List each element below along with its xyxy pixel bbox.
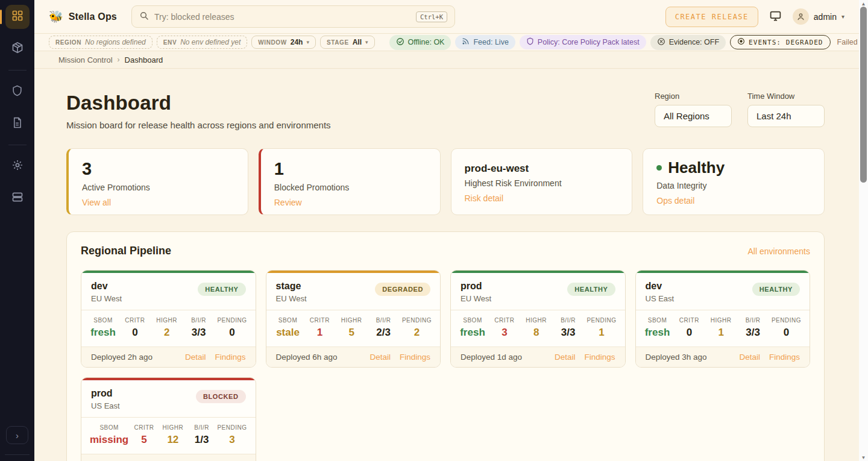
health-dot-icon [656,165,662,171]
environment-region: EU West [91,294,122,303]
region-select[interactable]: All Regions [655,105,732,127]
title-block: Dashboard Mission board for release heal… [66,92,331,130]
review-link[interactable]: Review [274,198,302,207]
status-badge: BLOCKED [196,390,246,403]
deployed-time: Deployed 2h ago [91,353,153,362]
region-filter-group: Region All Regions [655,92,732,127]
x-circle-icon [657,37,665,48]
chevron-down-icon: ▾ [365,39,368,45]
stat-bir: B/I/R1/3 [189,424,215,446]
search-icon [139,11,149,23]
sidebar-expand-button[interactable]: › [6,426,28,444]
pipeline-header: Regional Pipeline All environments [81,245,810,257]
detail-link[interactable]: Detail [555,353,576,362]
scroll-down-arrow-icon[interactable]: ▼ [859,454,868,461]
user-menu[interactable]: admin ▾ [793,8,844,25]
document-icon [11,117,23,131]
detail-link[interactable]: Detail [739,353,760,362]
sidebar-item-releases[interactable] [5,37,30,61]
chevron-down-icon: ▾ [306,39,309,45]
environment-region: US East [646,294,675,303]
sidebar-item-documents[interactable] [5,111,30,136]
stat-bir: B/I/R3/3 [555,317,582,339]
stage-filter-chip[interactable]: STAGE All ▾ [320,36,375,49]
environment-region: US East [91,401,120,410]
stat-highr: HIGHR12 [160,424,186,446]
pill-label: EVENTS: DEGRADED [749,39,823,46]
check-circle-icon [396,37,404,48]
pipeline-card-stats: SBOMstale CRITR1 HIGHR5 B/I/R2/3 PENDING… [266,310,441,347]
blocked-promotions-card: 1 Blocked Promotions Review [259,148,441,215]
time-window-select[interactable]: Last 24h [747,105,825,127]
vertical-scrollbar[interactable]: ▲ ▼ [859,0,868,461]
stat-highr: HIGHR5 [338,317,365,339]
card-links: Detail Findings [555,353,615,362]
card-links: Detail Findings [370,353,430,362]
pipeline-title: Regional Pipeline [81,245,171,257]
sidebar-item-dashboard[interactable] [5,5,30,29]
rss-icon [462,37,470,47]
pill-label: Offline: OK [408,38,445,46]
chip-label: ENV [163,39,177,46]
chip-value: All [353,38,362,46]
window-filter-chip[interactable]: WINDOW 24h ▾ [251,36,316,49]
detail-link[interactable]: Detail [370,353,391,362]
detail-link[interactable]: Detail [185,353,206,362]
env-block: dev US East [646,281,675,303]
findings-link[interactable]: Findings [584,353,615,362]
sidebar-item-settings[interactable] [5,154,30,178]
environment-region: EU West [276,294,307,303]
breadcrumb-parent[interactable]: Mission Control [58,55,113,64]
pipeline-card-prod-eu-west: prod EU West HEALTHY SBOMfresh CRITR3 HI… [450,270,626,368]
status-badge: HEALTHY [198,283,245,296]
avatar [793,8,809,25]
stat-sbom: SBOMmissing [90,424,128,446]
env-filter-chip[interactable]: ENV No env defined yet [157,36,247,49]
region-filter-label: Region [655,92,732,101]
page-title: Dashboard [66,92,331,114]
sidebar-item-infrastructure[interactable] [5,186,30,210]
stat-sbom: SBOMfresh [644,317,671,339]
brand[interactable]: 🐝 Stella Ops [49,10,117,24]
findings-link[interactable]: Findings [400,353,430,362]
region-filter-chip[interactable]: REGION No regions defined [49,36,153,49]
ops-detail-link[interactable]: Ops detail [656,196,694,205]
chip-label: STAGE [327,39,349,46]
deployed-time: Deployed 3h ago [646,353,707,362]
active-promotions-card: 3 Active Promotions View all [66,148,248,215]
sidebar-item-security[interactable] [5,80,30,104]
card-value: 3 [82,159,234,179]
sidebar-bottom-divider [5,454,30,455]
card-value-row: Healthy [656,159,811,177]
scrollbar-thumb[interactable] [860,7,867,183]
pipeline-card-header: dev US East HEALTHY [636,273,810,310]
pipeline-card-stats: SBOMfresh CRITR3 HIGHR8 B/I/R3/3 PENDING… [451,310,625,347]
card-label: Active Promotions [82,183,234,192]
record-dot-icon [737,37,745,47]
global-search[interactable]: Ctrl+K [131,5,455,28]
findings-link[interactable]: Findings [215,353,245,362]
display-mode-button[interactable] [769,10,782,24]
chip-value: No regions defined [85,38,146,46]
page-content: Dashboard Mission board for release heal… [34,69,836,461]
view-all-link[interactable]: View all [82,198,111,207]
card-links: Detail Findings [739,353,800,362]
risk-detail-link[interactable]: Risk detail [465,193,504,203]
deployed-time: Deployed 6h ago [276,353,338,362]
search-input[interactable] [154,12,410,22]
chevron-down-icon: ▾ [841,13,844,20]
pipeline-card-header: prod EU West HEALTHY [451,273,625,310]
env-block: prod US East [91,388,120,410]
username: admin [814,12,837,22]
stat-highr: HIGHR2 [154,317,180,339]
all-environments-link[interactable]: All environments [748,246,811,256]
chip-label: REGION [55,39,81,46]
create-release-button[interactable]: CREATE RELEASE [665,7,758,27]
pipeline-grid: dev EU West HEALTHY SBOMfresh CRITR0 HIG… [81,270,810,461]
findings-link[interactable]: Findings [769,353,800,362]
pipeline-card-footer: Deployed 2h ago Detail Findings [81,347,256,367]
time-window-filter-label: Time Window [747,92,825,101]
stat-highr: HIGHR8 [523,317,550,339]
title-row: Dashboard Mission board for release heal… [66,92,825,130]
status-badge: HEALTHY [567,283,615,296]
